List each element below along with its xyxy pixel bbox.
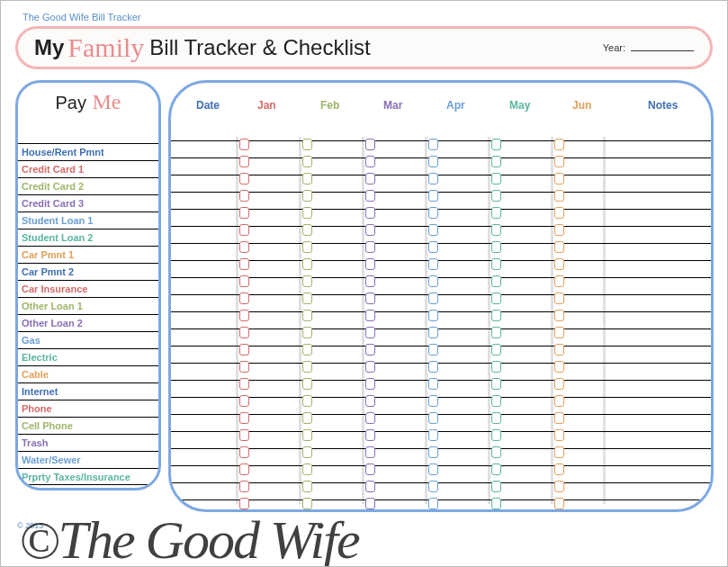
tracker-row[interactable] (171, 448, 711, 465)
checkbox[interactable] (491, 327, 501, 338)
checkbox[interactable] (302, 156, 312, 167)
checkbox[interactable] (365, 361, 375, 373)
checkbox[interactable] (239, 310, 249, 321)
tracker-row[interactable] (171, 158, 711, 175)
checkbox[interactable] (428, 498, 438, 509)
checkbox[interactable] (428, 139, 438, 150)
tracker-row[interactable] (171, 431, 711, 448)
tracker-row[interactable] (171, 140, 711, 158)
tracker-row[interactable] (171, 380, 711, 397)
checkbox[interactable] (554, 156, 564, 167)
checkbox[interactable] (491, 207, 501, 219)
checkbox[interactable] (365, 412, 375, 424)
checkbox[interactable] (491, 412, 501, 424)
checkbox[interactable] (239, 190, 249, 202)
checkbox[interactable] (554, 378, 564, 390)
checkbox[interactable] (491, 224, 501, 236)
checkbox[interactable] (302, 327, 312, 338)
checkbox[interactable] (491, 292, 501, 304)
checkbox[interactable] (302, 378, 312, 390)
checkbox[interactable] (365, 139, 375, 150)
checkbox[interactable] (428, 292, 438, 304)
checkbox[interactable] (554, 241, 564, 253)
checkbox[interactable] (491, 378, 501, 390)
checkbox[interactable] (239, 361, 249, 373)
tracker-row[interactable] (171, 482, 711, 500)
checkbox[interactable] (428, 275, 438, 287)
checkbox[interactable] (302, 207, 312, 219)
checkbox[interactable] (554, 173, 564, 184)
checkbox[interactable] (239, 207, 249, 219)
checkbox[interactable] (365, 224, 375, 236)
checkbox[interactable] (491, 344, 501, 356)
checkbox[interactable] (365, 275, 375, 287)
checkbox[interactable] (365, 156, 375, 167)
checkbox[interactable] (239, 378, 249, 390)
checkbox[interactable] (428, 464, 438, 475)
checkbox[interactable] (554, 275, 564, 287)
checkbox[interactable] (365, 190, 375, 202)
checkbox[interactable] (302, 190, 312, 202)
tracker-row[interactable] (171, 192, 711, 209)
checkbox[interactable] (428, 361, 438, 373)
checkbox[interactable] (428, 429, 438, 441)
checkbox[interactable] (239, 156, 249, 167)
checkbox[interactable] (491, 446, 501, 458)
checkbox[interactable] (554, 292, 564, 304)
checkbox[interactable] (239, 464, 249, 475)
checkbox[interactable] (302, 310, 312, 321)
checkbox[interactable] (428, 258, 438, 270)
checkbox[interactable] (239, 395, 249, 407)
tracker-row[interactable] (171, 328, 711, 346)
checkbox[interactable] (491, 361, 501, 373)
checkbox[interactable] (302, 344, 312, 356)
checkbox[interactable] (491, 464, 501, 475)
checkbox[interactable] (428, 344, 438, 356)
checkbox[interactable] (491, 429, 501, 441)
tracker-row[interactable] (171, 277, 711, 294)
tracker-row[interactable] (171, 243, 711, 260)
checkbox[interactable] (428, 446, 438, 458)
checkbox[interactable] (554, 190, 564, 202)
checkbox[interactable] (428, 173, 438, 184)
tracker-row[interactable] (171, 346, 711, 363)
checkbox[interactable] (491, 310, 501, 321)
tracker-row[interactable] (171, 294, 711, 311)
checkbox[interactable] (302, 429, 312, 441)
checkbox[interactable] (239, 275, 249, 287)
checkbox[interactable] (239, 241, 249, 253)
tracker-row[interactable] (171, 465, 711, 482)
checkbox[interactable] (302, 481, 312, 492)
checkbox[interactable] (365, 327, 375, 338)
checkbox[interactable] (239, 224, 249, 236)
checkbox[interactable] (239, 412, 249, 424)
tracker-row[interactable] (171, 397, 711, 414)
checkbox[interactable] (428, 310, 438, 321)
checkbox[interactable] (302, 395, 312, 407)
checkbox[interactable] (554, 344, 564, 356)
checkbox[interactable] (302, 292, 312, 304)
checkbox[interactable] (554, 258, 564, 270)
checkbox[interactable] (428, 224, 438, 236)
checkbox[interactable] (365, 344, 375, 356)
checkbox[interactable] (428, 395, 438, 407)
checkbox[interactable] (365, 241, 375, 253)
checkbox[interactable] (428, 412, 438, 424)
checkbox[interactable] (239, 327, 249, 338)
checkbox[interactable] (365, 207, 375, 219)
checkbox[interactable] (491, 275, 501, 287)
tracker-row[interactable] (171, 414, 711, 431)
checkbox[interactable] (302, 139, 312, 150)
checkbox[interactable] (365, 429, 375, 441)
checkbox[interactable] (491, 498, 501, 509)
checkbox[interactable] (365, 498, 375, 509)
checkbox[interactable] (302, 412, 312, 424)
checkbox[interactable] (554, 498, 564, 509)
checkbox[interactable] (239, 139, 249, 150)
checkbox[interactable] (365, 378, 375, 390)
checkbox[interactable] (428, 190, 438, 202)
checkbox[interactable] (239, 292, 249, 304)
checkbox[interactable] (239, 429, 249, 441)
tracker-row[interactable] (171, 500, 711, 512)
checkbox[interactable] (365, 464, 375, 475)
